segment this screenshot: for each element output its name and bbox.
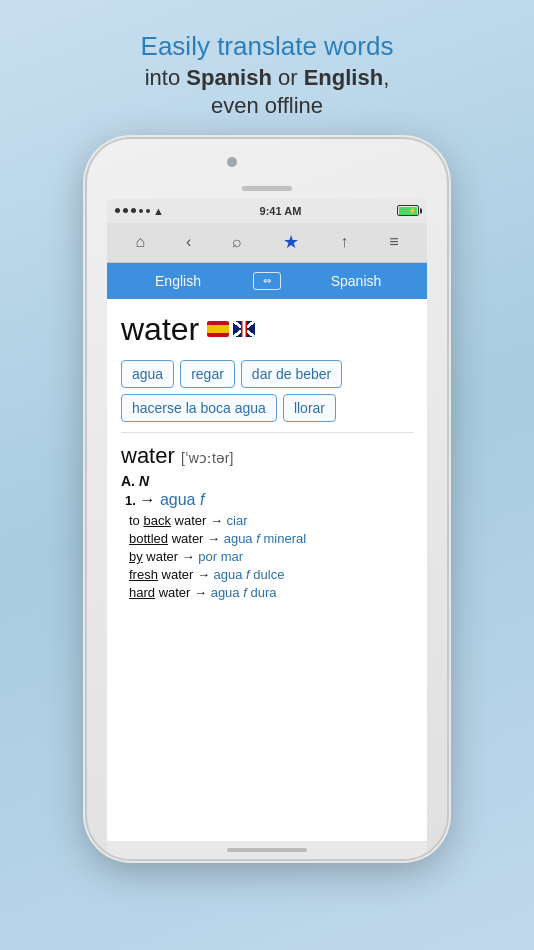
def-arrow: → [139,491,159,508]
trans-por-mar[interactable]: por mar [198,549,243,564]
chip-agua[interactable]: agua [121,360,174,388]
trans-agua-mineral[interactable]: agua f mineral [224,531,306,546]
signal-area: ▲ [115,205,164,217]
uk-flag-icon[interactable] [233,321,255,337]
content-divider [121,432,413,433]
share-icon[interactable]: ↑ [340,233,348,251]
example-bottled-water: bottled water → agua f mineral [129,531,413,546]
signal-dot-1 [115,208,120,213]
battery-icon: ⚡ [397,205,419,216]
signal-dot-3 [131,208,136,213]
lang-english-tab[interactable]: English [107,273,249,289]
clock: 9:41 AM [260,205,302,217]
battery-bolt-icon: ⚡ [408,207,417,215]
trans-ciar[interactable]: ciar [227,513,248,528]
search-icon[interactable]: ⌕ [232,233,242,251]
def-word: water [ˈwɔːtər] [121,443,413,469]
flag-icons [207,321,255,337]
swap-arrows-icon: ⇔ [253,272,281,290]
signal-dot-4 [139,209,143,213]
trans-agua-dura[interactable]: agua f dura [211,585,277,600]
pos-label: A. N [121,473,413,489]
example-back-water: to back water → ciar [129,513,413,528]
definition-section: water [ˈwɔːtər] A. N 1. → agua f to back… [121,443,413,600]
keyword-by: by [129,549,143,564]
word-text: water [121,443,175,468]
back-icon[interactable]: ‹ [186,233,191,251]
headline-line2: into Spanish or English, [141,64,394,93]
chip-llorar[interactable]: llorar [283,394,336,422]
keyword-back: back [143,513,170,528]
def-translation-agua[interactable]: agua [160,491,200,508]
main-word: water [121,311,199,348]
spanish-flag-icon[interactable] [207,321,229,337]
browser-toolbar: ⌂ ‹ ⌕ ★ ↑ ≡ [107,223,427,263]
home-indicator[interactable] [227,848,307,852]
keyword-fresh: fresh [129,567,158,582]
chips-row: agua regar dar de beber hacerse la boca … [121,360,413,422]
signal-dot-5 [146,209,150,213]
example-by-water: by water → por mar [129,549,413,564]
phone-mockup: ▲ 9:41 AM ⚡ ⌂ ‹ ⌕ ★ ↑ ≡ English ⇔ [87,139,447,859]
def-item-1: 1. → agua f [121,491,413,509]
phone-bottom-bar [107,841,427,859]
word-header: water [121,311,413,348]
headline-line3: even offline [141,92,394,121]
keyword-bottled: bottled [129,531,168,546]
phone-top [87,139,447,199]
bookmark-icon[interactable]: ★ [283,231,299,253]
pos-noun: N [139,473,149,489]
example-fresh-water: fresh water → agua f dulce [129,567,413,582]
phone-speaker [242,186,292,191]
example-hard-water: hard water → agua f dura [129,585,413,600]
wifi-icon: ▲ [153,205,164,217]
def-number: 1. [125,493,139,508]
app-header: Easily translate words into Spanish or E… [121,30,414,121]
chip-regar[interactable]: regar [180,360,235,388]
phone-screen: ▲ 9:41 AM ⚡ ⌂ ‹ ⌕ ★ ↑ ≡ English ⇔ [107,199,427,859]
trans-agua-dulce[interactable]: agua f dulce [214,567,285,582]
battery-area: ⚡ [397,205,419,216]
keyword-hard: hard [129,585,155,600]
chip-hacerse[interactable]: hacerse la boca agua [121,394,277,422]
headline-line1: Easily translate words [141,30,394,64]
lang-spanish-tab[interactable]: Spanish [285,273,427,289]
menu-icon[interactable]: ≡ [389,233,398,251]
pos-letter: A. [121,473,135,489]
phonetic: [ˈwɔːtər] [181,450,233,466]
language-bar: English ⇔ Spanish [107,263,427,299]
dictionary-content: water agua regar dar de beber hacerse la… [107,299,427,841]
home-icon[interactable]: ⌂ [135,233,145,251]
signal-dot-2 [123,208,128,213]
lang-swap-button[interactable]: ⇔ [249,263,285,299]
status-bar: ▲ 9:41 AM ⚡ [107,199,427,223]
chip-dar-de-beber[interactable]: dar de beber [241,360,342,388]
def-gender: f [200,491,204,508]
